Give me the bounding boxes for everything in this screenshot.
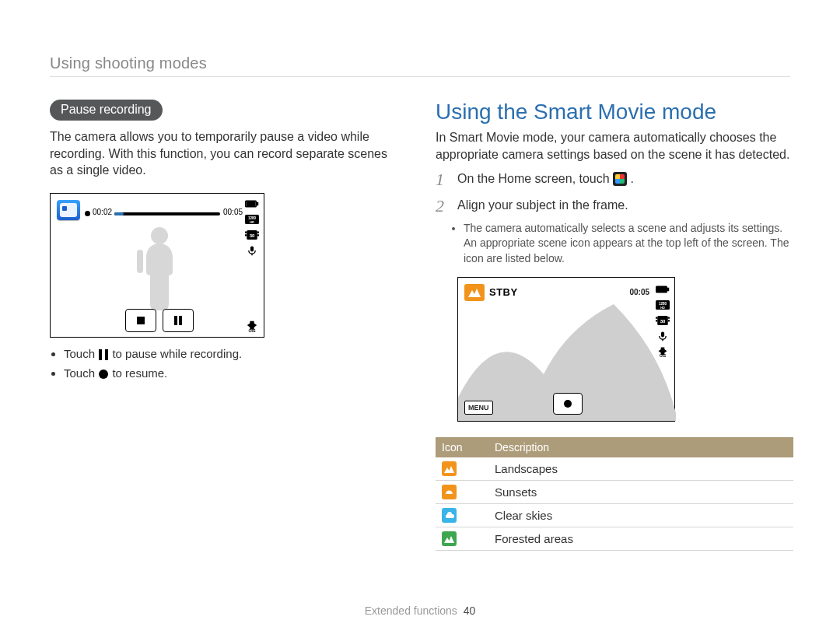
instruction-resume: Touch to resume. [64,363,400,384]
ois-icon: OIS [245,320,259,332]
step-number: 2 [436,197,450,215]
scene-icon [442,508,457,523]
svg-text:HD: HD [250,220,254,223]
svg-text:30: 30 [660,319,666,324]
cell-description: Landscapes [488,457,793,481]
record-dot-icon [98,369,109,380]
cell-icon [436,457,488,481]
table-header-icon: Icon [436,437,488,457]
right-column: Using the Smart Movie mode In Smart Movi… [436,100,793,551]
remaining-time: 00:05 [223,208,243,216]
left-column: Pause recording The camera allows you to… [50,100,400,384]
page-footer: Extended functions 40 [0,604,840,617]
step-number: 1 [436,170,450,189]
svg-rect-32 [668,317,670,319]
svg-text:1280: 1280 [248,216,257,220]
mode-icon [57,200,80,220]
status-icons: 1280HD 30 [245,198,259,256]
stop-button[interactable] [125,309,156,332]
record-dot-icon [564,400,572,408]
svg-rect-18 [174,316,177,325]
svg-point-15 [151,227,168,244]
table-row: Sunsets [436,481,793,504]
svg-rect-31 [656,321,657,322]
smart-movie-intro: In Smart Movie mode, your camera automat… [436,129,793,163]
elapsed-time: 00:02 [93,208,112,216]
cell-icon [436,481,488,504]
svg-rect-10 [257,231,259,233]
step-2: 2 Align your subject in the frame. [436,197,793,215]
svg-text:OIS: OIS [248,328,256,332]
svg-rect-8 [245,231,247,233]
table-row: Forested areas [436,527,793,551]
svg-text:1280: 1280 [659,302,667,306]
text: Touch [64,347,98,360]
scene-icon-table: Icon Description LandscapesSunsetsClear … [436,437,793,551]
status-icons: 1280HD 30 OIS [656,284,670,357]
svg-point-23 [99,370,108,379]
cell-icon [436,527,488,551]
step-text: Align your subject in the frame. [457,197,628,214]
cell-description: Forested areas [488,527,793,551]
svg-point-38 [564,400,572,408]
svg-rect-16 [137,250,143,273]
text: to pause while recording. [112,347,242,360]
fps-icon: 30 [656,315,670,326]
section-heading-smart-movie: Using the Smart Movie mode [436,100,793,124]
svg-rect-33 [668,321,670,322]
svg-text:HD: HD [660,306,665,310]
svg-rect-24 [656,286,667,293]
remaining-time: 00:05 [629,288,649,296]
svg-text:30: 30 [250,233,255,238]
pause-instructions-list: Touch to pause while recording. Touch to… [50,344,400,384]
step-text: On the Home screen, touch . [457,170,634,187]
camera-screen-recording: 00:02 00:05 1280HD 30 [50,193,264,338]
cell-description: Sunsets [488,481,793,504]
table-row: Clear skies [436,504,793,527]
svg-rect-1 [257,202,258,206]
breadcrumb: Using shooting modes [50,54,207,72]
record-button[interactable] [553,393,583,415]
progress-bar [114,212,220,215]
pause-button[interactable] [163,309,194,332]
smart-movie-icon [613,172,627,186]
fps-icon: 30 [245,229,259,240]
scene-icon [442,461,457,476]
record-indicator-icon [85,211,90,216]
ois-icon: OIS [656,346,670,357]
svg-rect-3 [247,201,256,206]
table-row: Landscapes [436,457,793,481]
camera-screen-smart-movie: STBY 00:05 1280HD 30 OIS MENU [457,277,675,422]
svg-rect-19 [179,316,182,325]
svg-rect-22 [105,349,108,360]
pause-icon [98,349,109,360]
page-number: 40 [464,604,476,617]
divider [50,76,790,77]
text: On the Home screen, touch [457,172,613,185]
footer-section: Extended functions [365,604,457,617]
pause-icon [174,316,182,325]
svg-rect-21 [99,349,102,360]
step-2-subnote: The camera automatically selects a scene… [436,221,793,267]
scene-icon [442,531,457,546]
text: to resume. [112,366,167,380]
subnote-text: The camera automatically selects a scene… [464,221,793,267]
svg-rect-35 [661,332,664,338]
resolution-icon: 1280HD [656,299,670,310]
mic-icon [245,245,259,256]
step-1: 1 On the Home screen, touch . [436,170,793,189]
text: . [631,172,634,185]
text: Touch [64,366,98,380]
resolution-icon: 1280HD [245,214,259,225]
mountain-icon [468,288,481,297]
menu-button[interactable]: MENU [464,401,493,415]
cell-icon [436,504,488,527]
svg-rect-11 [257,234,259,236]
svg-rect-30 [656,317,657,319]
pause-recording-paragraph: The camera allows you to temporarily pau… [50,128,400,179]
table-header-desc: Description [488,437,793,457]
section-pill-pause-recording: Pause recording [50,100,163,121]
scene-badge-landscape [464,284,485,301]
stop-icon [137,317,145,324]
svg-rect-13 [250,246,254,251]
